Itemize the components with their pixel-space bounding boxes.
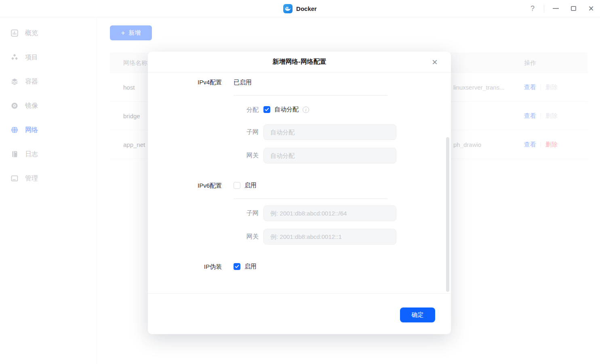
window-controls: ? × bbox=[524, 0, 600, 17]
ipv6-gateway-label: 网关 bbox=[148, 233, 259, 241]
ip-masquerade-label: IP伪装 bbox=[148, 263, 222, 271]
modal-scrollbar-thumb[interactable] bbox=[446, 137, 449, 292]
ipv6-subnet-row: 子网 bbox=[148, 205, 451, 221]
ipv4-subnet-input[interactable] bbox=[263, 124, 396, 140]
ipv6-section-label: IPv6配置 bbox=[148, 182, 222, 190]
docker-whale-icon bbox=[283, 4, 293, 13]
ipv4-assign-label: 分配 bbox=[148, 106, 259, 114]
help-button[interactable]: ? bbox=[524, 4, 541, 13]
ip-masquerade-checkbox[interactable] bbox=[234, 263, 240, 270]
ipv4-gateway-row: 网关 bbox=[148, 148, 451, 163]
modal-body: IPv4配置 已启用 分配 自动分配 i 子网 网关 IPv6配置 bbox=[148, 73, 451, 293]
ipv4-gateway-input[interactable] bbox=[263, 148, 396, 163]
titlebar-divider bbox=[544, 4, 544, 13]
titlebar: Docker ? × bbox=[0, 0, 600, 17]
ipv6-enable-text: 启用 bbox=[244, 182, 257, 189]
ipv4-section-label: IPv4配置 bbox=[148, 79, 222, 86]
modal-footer: 确定 bbox=[148, 293, 451, 334]
modal-title: 新增网络-网络配置 bbox=[272, 58, 326, 66]
modal-header: 新增网络-网络配置 × bbox=[148, 52, 451, 73]
close-window-button[interactable]: × bbox=[582, 0, 600, 17]
app-name: Docker bbox=[296, 5, 317, 12]
maximize-button[interactable] bbox=[564, 0, 582, 17]
ipv4-auto-assign-checkbox[interactable] bbox=[263, 106, 270, 113]
minimize-icon bbox=[553, 8, 559, 9]
confirm-button[interactable]: 确定 bbox=[400, 308, 435, 322]
minimize-button[interactable] bbox=[547, 0, 564, 17]
ipv4-status-select[interactable]: 已启用 bbox=[234, 79, 252, 86]
ipv4-subnet-row: 子网 bbox=[148, 124, 451, 140]
maximize-icon bbox=[571, 6, 576, 11]
ip-masquerade-enable-text: 启用 bbox=[244, 263, 257, 270]
ipv4-auto-assign-text: 自动分配 bbox=[274, 106, 299, 113]
ipv6-divider bbox=[234, 199, 387, 199]
ipv6-enable-checkbox[interactable] bbox=[234, 182, 240, 189]
ipv6-subnet-label: 子网 bbox=[148, 209, 259, 217]
ipv4-gateway-label: 网关 bbox=[148, 152, 259, 159]
close-modal-icon[interactable]: × bbox=[428, 56, 441, 69]
add-network-config-modal: 新增网络-网络配置 × IPv4配置 已启用 分配 自动分配 i 子网 网关 bbox=[148, 52, 451, 334]
ipv4-subnet-label: 子网 bbox=[148, 128, 259, 136]
ipv6-gateway-input[interactable] bbox=[263, 229, 396, 245]
ipv6-gateway-row: 网关 bbox=[148, 229, 451, 245]
app-title: Docker bbox=[0, 0, 600, 17]
ipv6-subnet-input[interactable] bbox=[263, 205, 396, 221]
close-window-icon: × bbox=[588, 4, 594, 13]
ipv4-divider bbox=[234, 95, 387, 96]
info-icon[interactable]: i bbox=[303, 107, 309, 113]
